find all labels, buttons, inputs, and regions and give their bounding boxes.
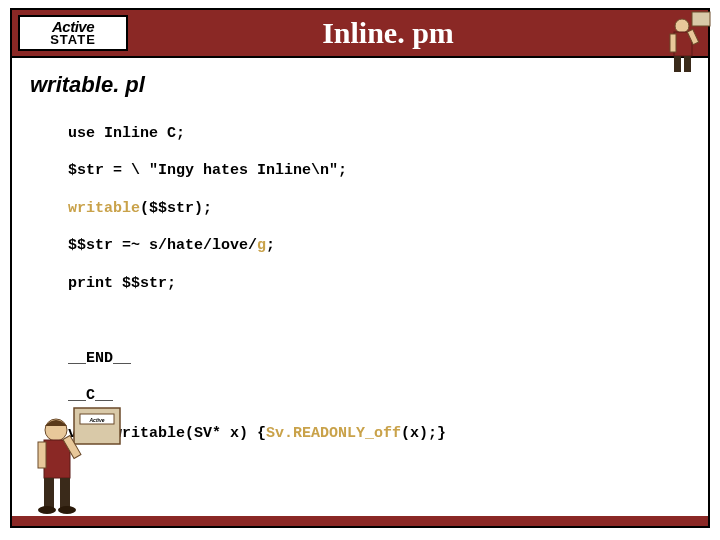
code-line-4: $$str =~ s/hate/love/g; xyxy=(68,237,708,256)
svg-rect-15 xyxy=(60,478,70,508)
svg-rect-7 xyxy=(74,408,120,444)
code-line-6: __END__ xyxy=(68,350,708,369)
code-highlight-g: g xyxy=(257,237,266,254)
svg-point-1 xyxy=(675,19,689,33)
code-line-2: $str = \ "Ingy hates Inline\n"; xyxy=(68,162,708,181)
code-line-1: use Inline C; xyxy=(68,125,708,144)
code-highlight-writable: writable xyxy=(68,200,140,217)
slide-subtitle: writable. pl xyxy=(12,58,708,106)
svg-rect-12 xyxy=(38,442,46,468)
code-line-5: print $$str; xyxy=(68,275,708,294)
svg-rect-14 xyxy=(44,478,54,508)
svg-text:Active: Active xyxy=(88,417,104,423)
logo-text-bottom: STATE xyxy=(50,34,96,46)
code-line-7: __C__ xyxy=(68,387,708,406)
svg-rect-3 xyxy=(670,34,676,52)
mascot-top-icon xyxy=(660,6,720,76)
svg-rect-0 xyxy=(692,12,710,26)
code-highlight-readonly: Sv.READONLY_off xyxy=(266,425,401,442)
svg-rect-5 xyxy=(674,56,681,72)
svg-point-17 xyxy=(58,506,76,514)
header-bar: Active STATE Inline. pm xyxy=(12,10,708,58)
mascot-bottom-icon: Active xyxy=(30,406,125,516)
code-line-3: writable($$str); xyxy=(68,200,708,219)
footer-bar xyxy=(12,516,708,526)
svg-point-16 xyxy=(38,506,56,514)
slide-frame: Active STATE Inline. pm writable. pl use… xyxy=(10,8,710,528)
slide-title: Inline. pm xyxy=(128,16,708,50)
svg-rect-6 xyxy=(684,56,691,72)
activestate-logo: Active STATE xyxy=(18,15,128,51)
code-line-8: void writable(SV* x) {Sv.READONLY_off(x)… xyxy=(68,425,708,444)
code-blank xyxy=(68,312,708,331)
